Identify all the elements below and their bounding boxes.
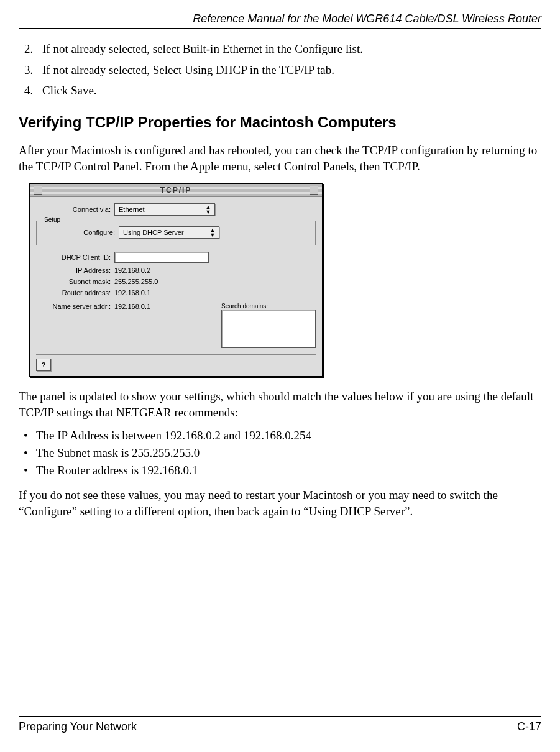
window-titlebar: TCP/IP	[30, 184, 322, 197]
name-server-value: 192.168.0.1	[114, 303, 150, 310]
setup-legend: Setup	[42, 216, 63, 223]
after-panel-paragraph: The panel is updated to show your settin…	[19, 388, 541, 420]
tcpip-panel-screenshot: TCP/IP Connect via: Ethernet ▲▼ Setup Co…	[29, 183, 323, 377]
question-mark-icon: ?	[42, 361, 46, 369]
close-box-icon[interactable]	[34, 186, 42, 195]
search-domains-label: Search domains:	[221, 303, 313, 310]
page-number: C-17	[517, 720, 541, 733]
window-title: TCP/IP	[42, 186, 310, 195]
step-item: If not already selected, select Built-in…	[36, 41, 541, 57]
configure-value: Using DHCP Server	[123, 229, 184, 236]
list-item: The IP Address is between 192.168.0.2 an…	[36, 429, 541, 442]
router-address-label: Router address:	[36, 289, 114, 296]
closing-paragraph: If you do not see these values, you may …	[19, 487, 541, 519]
dhcp-client-id-label: DHCP Client ID:	[36, 254, 114, 261]
ip-address-label: IP Address:	[36, 267, 114, 274]
header-rule	[19, 28, 541, 29]
bullet-list: The IP Address is between 192.168.0.2 an…	[19, 429, 541, 477]
connect-via-value: Ethernet	[119, 206, 145, 213]
configure-select[interactable]: Using DHCP Server ▲▼	[119, 226, 219, 239]
document-title: Reference Manual for the Model WGR614 Ca…	[19, 12, 541, 25]
search-domains-input[interactable]	[221, 310, 316, 348]
list-item: The Subnet mask is 255.255.255.0	[36, 446, 541, 460]
ip-address-value: 192.168.0.2	[114, 267, 150, 274]
subnet-mask-label: Subnet mask:	[36, 278, 114, 285]
updown-arrows-icon: ▲▼	[209, 227, 216, 237]
list-item: The Router address is 192.168.0.1	[36, 464, 541, 477]
step-item: Click Save.	[36, 83, 541, 99]
footer-section-title: Preparing Your Network	[19, 720, 137, 733]
router-address-value: 192.168.0.1	[114, 289, 150, 296]
connect-via-label: Connect via:	[36, 206, 114, 213]
numbered-steps: If not already selected, select Built-in…	[19, 41, 541, 99]
footer-rule	[19, 716, 541, 717]
dhcp-client-id-input[interactable]	[114, 252, 209, 263]
help-button[interactable]: ?	[36, 359, 51, 371]
section-heading: Verifying TCP/IP Properties for Macintos…	[19, 114, 541, 131]
step-item: If not already selected, Select Using DH…	[36, 62, 541, 78]
zoom-box-icon[interactable]	[310, 186, 318, 195]
page-footer: Preparing Your Network C-17	[19, 716, 541, 733]
setup-group: Setup Configure: Using DHCP Server ▲▼	[36, 221, 316, 245]
configure-label: Configure:	[40, 229, 119, 236]
connect-via-select[interactable]: Ethernet ▲▼	[114, 203, 215, 216]
name-server-label: Name server addr.:	[36, 303, 114, 310]
updown-arrows-icon: ▲▼	[204, 204, 212, 214]
subnet-mask-value: 255.255.255.0	[114, 278, 158, 285]
intro-paragraph: After your Macintosh is configured and h…	[19, 142, 541, 174]
